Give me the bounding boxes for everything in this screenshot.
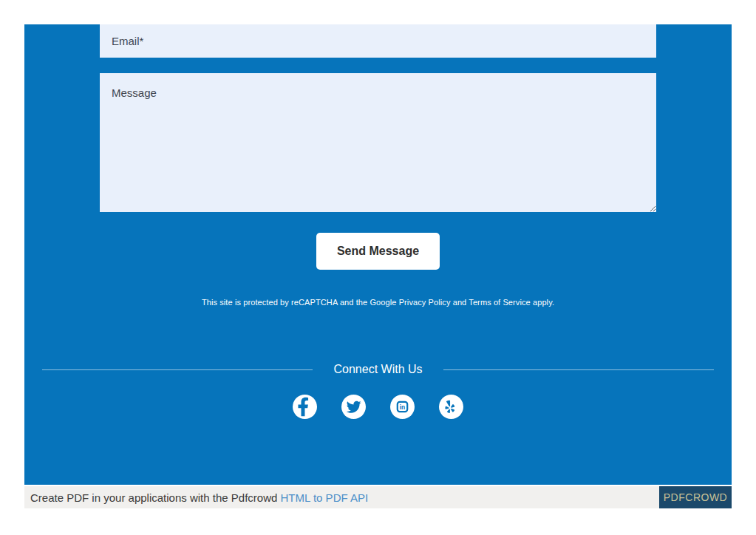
- connect-title: Connect With Us: [333, 363, 422, 376]
- yelp-icon[interactable]: [439, 395, 463, 419]
- divider-line-right: [443, 369, 714, 370]
- svg-text:in: in: [400, 403, 405, 411]
- contact-section: Send Message This site is protected by r…: [24, 24, 732, 485]
- divider-line-left: [42, 369, 313, 370]
- email-field[interactable]: [100, 24, 656, 58]
- connect-section: Connect With Us: [24, 363, 732, 419]
- html-to-pdf-api-link[interactable]: HTML to PDF API: [281, 491, 369, 504]
- linkedin-icon[interactable]: in: [390, 395, 415, 419]
- twitter-icon[interactable]: [341, 395, 366, 419]
- pdfcrowd-bar-text: Create PDF in your applications with the…: [24, 491, 281, 504]
- facebook-icon[interactable]: [293, 395, 317, 419]
- submit-row: Send Message: [100, 233, 656, 270]
- recaptcha-notice: This site is protected by reCAPTCHA and …: [100, 298, 656, 307]
- message-field[interactable]: [100, 73, 656, 212]
- connect-header: Connect With Us: [24, 363, 732, 376]
- contact-form: Send Message This site is protected by r…: [100, 24, 656, 307]
- social-links: in: [24, 395, 732, 419]
- pdfcrowd-bar: Create PDF in your applications with the…: [24, 486, 732, 508]
- send-message-button[interactable]: Send Message: [316, 233, 440, 270]
- pdfcrowd-badge[interactable]: PDFCROWD: [659, 486, 732, 508]
- page: Send Message This site is protected by r…: [0, 0, 756, 535]
